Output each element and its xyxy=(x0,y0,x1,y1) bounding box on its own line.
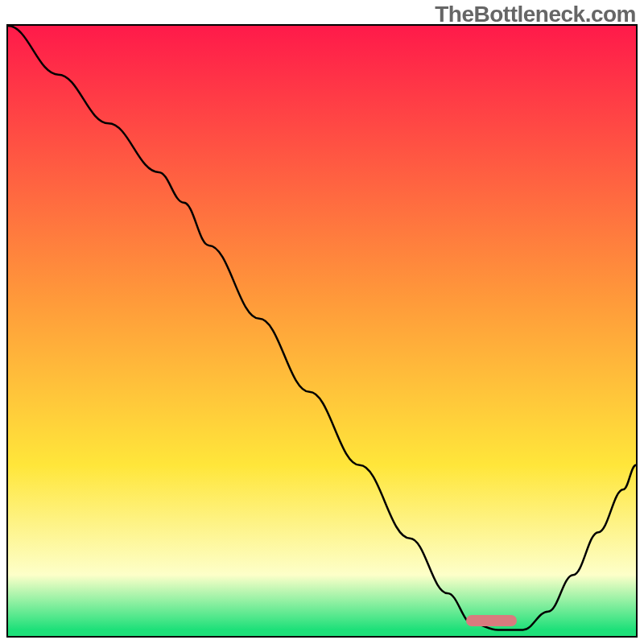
optimal-marker xyxy=(466,615,516,626)
bottleneck-chart xyxy=(8,26,636,636)
gradient-background xyxy=(8,26,636,636)
